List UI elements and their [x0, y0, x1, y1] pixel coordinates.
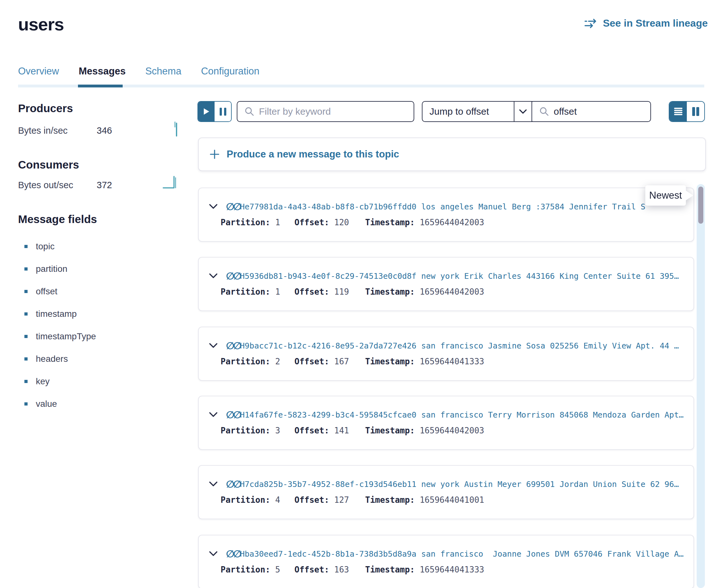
message-key-icon: ∅∅ [226, 478, 240, 490]
scrollbar-thumb[interactable] [698, 187, 703, 224]
partition-value: 5 [270, 565, 280, 574]
play-button[interactable] [198, 102, 214, 121]
tab-bar: Overview Messages Schema Configuration [18, 66, 260, 83]
tab-messages[interactable]: Messages [79, 66, 125, 83]
message-fields-heading: Message fields [18, 213, 97, 226]
partition-label: Partition: [221, 218, 270, 227]
keyword-filter-input[interactable] [258, 106, 414, 117]
message-key-icon: ∅∅ [226, 201, 240, 212]
message-key-icon: ∅∅ [226, 409, 240, 420]
offset-search-field [532, 101, 651, 122]
partition-label: Partition: [221, 495, 270, 505]
keyword-filter-field [237, 101, 414, 122]
message-card[interactable]: ∅∅ H7cda825b-35b7-4952-88ef-c193d546eb11… [198, 465, 694, 519]
expand-chevron-icon[interactable] [209, 481, 218, 488]
field-item-key: key [18, 370, 96, 393]
bullet-icon [24, 335, 27, 338]
list-view-icon [674, 108, 683, 115]
message-key-preview: H9bacc71c-b12c-4216-8e95-2a7da727e426 sa… [240, 341, 688, 350]
timestamp-value: 1659644042003 [415, 426, 484, 435]
message-key-preview: H14fa67fe-5823-4299-b3c4-595845cfcae0 sa… [240, 410, 688, 419]
timestamp-value: 1659644042003 [415, 287, 484, 296]
expand-chevron-icon[interactable] [209, 412, 218, 419]
active-tab-indicator [78, 85, 123, 87]
message-card[interactable]: ∅∅ H5936db81-b943-4e0f-8c29-74513e0c0d8f… [198, 257, 694, 311]
field-item-timestamp: timestamp [18, 302, 96, 325]
bullet-icon [24, 402, 27, 405]
timestamp-value: 1659644041001 [415, 495, 484, 505]
scrollbar-track[interactable] [697, 184, 705, 588]
producers-heading: Producers [18, 102, 73, 115]
expand-chevron-icon[interactable] [209, 343, 218, 350]
field-item-timestampType: timestampType [18, 325, 96, 348]
timestamp-value: 1659644041333 [415, 357, 484, 366]
search-icon [539, 106, 549, 117]
field-item-headers: headers [18, 348, 96, 370]
partition-label: Partition: [221, 287, 270, 296]
partition-value: 1 [270, 287, 280, 296]
expand-chevron-icon[interactable] [209, 204, 218, 211]
play-icon [204, 108, 209, 115]
offset-label: Offset: [294, 565, 329, 574]
timestamp-value: 1659644041333 [415, 565, 484, 574]
offset-label: Offset: [294, 426, 329, 435]
play-pause-toggle [198, 101, 232, 122]
partition-value: 3 [270, 426, 280, 435]
offset-value: 127 [329, 495, 349, 505]
partition-label: Partition: [221, 565, 270, 574]
offset-value: 167 [329, 357, 349, 366]
offset-value: 141 [329, 426, 349, 435]
partition-value: 1 [270, 218, 280, 227]
column-view-icon [692, 107, 700, 116]
newest-tooltip-label: Newest [649, 190, 682, 201]
topic-messages-page: users See in Stream lineage Overview Mes… [0, 0, 722, 588]
message-key-icon: ∅∅ [226, 270, 240, 282]
bullet-icon [24, 267, 27, 271]
offset-search-input[interactable] [553, 106, 677, 117]
partition-value: 4 [270, 495, 280, 505]
bullet-icon [24, 380, 27, 383]
jump-to-offset-select[interactable]: Jump to offset [422, 101, 532, 122]
pause-icon [224, 108, 226, 115]
tab-schema[interactable]: Schema [145, 66, 181, 83]
timestamp-label: Timestamp: [365, 287, 415, 296]
see-in-stream-lineage-link[interactable]: See in Stream lineage [584, 17, 708, 29]
message-key-preview: Hba30eed7-1edc-452b-8b1a-738d3b5d8a9a sa… [240, 549, 688, 559]
timestamp-label: Timestamp: [365, 218, 415, 227]
message-card[interactable]: ∅∅ H9bacc71c-b12c-4216-8e95-2a7da727e426… [198, 327, 694, 381]
pause-icon [220, 108, 222, 115]
bullet-icon [24, 357, 27, 360]
message-card[interactable]: ∅∅ He77981da-4a43-48ab-b8f8-cb71b96ffdd0… [198, 188, 694, 242]
message-fields-list: topic partition offset timestamp timesta… [18, 235, 96, 415]
view-mode-toggle [669, 101, 705, 122]
timestamp-label: Timestamp: [365, 495, 415, 505]
message-card[interactable]: ∅∅ Hba30eed7-1edc-452b-8b1a-738d3b5d8a9a… [198, 535, 694, 588]
field-item-value: value [18, 393, 96, 415]
expand-chevron-icon[interactable] [209, 551, 218, 558]
field-item-offset: offset [18, 280, 96, 302]
column-view-button[interactable] [687, 102, 704, 121]
offset-label: Offset: [294, 495, 329, 505]
consumers-heading: Consumers [18, 159, 79, 171]
field-item-partition: partition [18, 257, 96, 280]
offset-label: Offset: [294, 218, 329, 227]
pause-button[interactable] [214, 102, 231, 121]
timestamp-label: Timestamp: [365, 426, 415, 435]
timestamp-value: 1659644042003 [415, 218, 484, 227]
chevron-down-icon [519, 109, 527, 114]
timestamp-label: Timestamp: [365, 357, 415, 366]
message-card[interactable]: ∅∅ H14fa67fe-5823-4299-b3c4-595845cfcae0… [198, 396, 694, 450]
page-title: users [18, 14, 64, 35]
select-chevron-segment[interactable] [514, 102, 532, 121]
expand-chevron-icon[interactable] [209, 273, 218, 280]
list-view-button[interactable] [669, 102, 687, 121]
offset-value: 163 [329, 565, 349, 574]
tab-overview[interactable]: Overview [18, 66, 59, 83]
producers-sparkline [172, 121, 180, 139]
message-key-preview: H7cda825b-35b7-4952-88ef-c193d546eb11 ne… [240, 480, 688, 489]
bullet-icon [24, 245, 27, 248]
offset-value: 120 [329, 218, 349, 227]
bytes-in-label: Bytes in/sec [18, 125, 67, 136]
produce-message-button[interactable]: Produce a new message to this topic [198, 138, 706, 171]
tab-configuration[interactable]: Configuration [201, 66, 259, 83]
